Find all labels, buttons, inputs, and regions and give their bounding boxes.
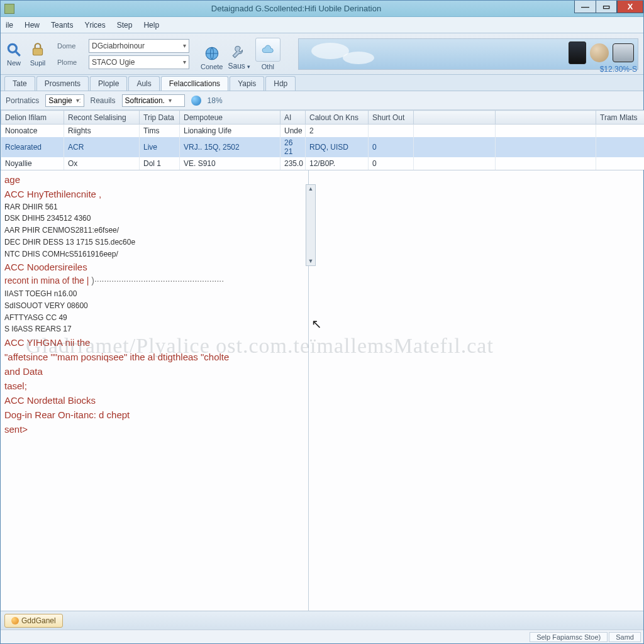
age-label: age [4, 173, 304, 186]
portnatics-label: Portnatics [6, 96, 39, 105]
bottom-bar: GddGanel [1, 611, 643, 630]
ribbon-form: Dome DGciabrhoinour ▾ Plome STACO Ugie ▾ [57, 39, 189, 69]
col-header[interactable]: Trip Data [140, 111, 180, 125]
dome-value: DGciabrhoinour [92, 42, 145, 50]
wrench-icon[interactable] [231, 44, 247, 60]
detail-line: IIAST TOEGH n16.00 [4, 289, 304, 299]
section1-body: RAR DHIIR 561DSK DHIH5 234512 4360AAR PH… [4, 202, 304, 260]
scroll-up-icon[interactable]: ▲ [308, 185, 314, 193]
scrollbar[interactable]: ▲ ▼ [306, 184, 316, 266]
menu-yrices[interactable]: Yrices [84, 21, 105, 30]
new-group: New Supil [6, 42, 46, 67]
svg-rect-2 [33, 48, 42, 55]
lock-icon[interactable] [30, 42, 46, 58]
dome-label: Dome [57, 42, 85, 50]
col-header[interactable]: AI [280, 111, 306, 125]
plome-value: STACO Ugie [92, 58, 135, 67]
window-title: Detaignadd G.Scollented:Hifi Uobile Deri… [18, 4, 574, 13]
filter-bar: Portnatics Sangie▾: Reauils Softrication… [1, 91, 643, 110]
tab-hdp[interactable]: Hdp [265, 76, 296, 91]
dot-icon [11, 617, 19, 625]
col-header[interactable]: Dempoteue [180, 111, 280, 125]
app-icon [4, 4, 14, 14]
account-balance: $12.30%-S [600, 65, 637, 86]
tab-felaccllications[interactable]: Felaccllications [161, 76, 228, 91]
softrication-combo[interactable]: Softrication.▾ [122, 94, 185, 107]
detail-line: DEC DHIR DESS 13 1715 S15.dec60e [4, 237, 304, 248]
chevron-down-icon: ▾ [183, 42, 186, 49]
col-header[interactable] [414, 111, 496, 125]
section2-body: IIAST TOEGH n16.00SdISOUOT VERY 08600AFT… [4, 289, 304, 335]
banner [298, 38, 638, 70]
detail-line: DSK DHIH5 234512 4360 [4, 213, 304, 224]
help-icon[interactable] [191, 96, 201, 106]
detail-line: AFTTYASG CC 49 [4, 313, 304, 323]
printer-icon [613, 43, 634, 62]
avatar-icon [590, 43, 609, 62]
svg-line-1 [16, 52, 20, 56]
othi-label: Othl [262, 63, 274, 70]
new-label: New [7, 59, 21, 67]
col-header[interactable]: Recont Selalising [64, 111, 140, 125]
cursor-icon: ↖ [311, 316, 322, 331]
maximize-button[interactable]: ▭ [596, 1, 617, 13]
detail-line: AAR PHIR CENMOS2811:e6fsee/ [4, 225, 304, 236]
menu-step[interactable]: Step [117, 21, 133, 30]
plome-combo[interactable]: STACO Ugie ▾ [89, 55, 189, 69]
minimize-button[interactable]: — [574, 1, 596, 13]
svg-point-0 [8, 44, 16, 52]
status-bar: Selp Fapiamsc Stoe) Samd [1, 630, 643, 643]
ribbon: New Supil Dome DGciabrhoinour ▾ Plome ST… [1, 33, 643, 75]
table-row[interactable]: NonoatceRiightsTimsLionaking UifeUnde2 [1, 125, 645, 137]
cloud-icon [261, 44, 275, 55]
menu-hew[interactable]: Hew [25, 21, 40, 30]
device-icon [569, 42, 586, 64]
col-header[interactable]: Calout On Kns [306, 111, 369, 125]
tabs: TateProsmentsPlopleAulsFelaccllicationsY… [1, 75, 643, 91]
menu-bar: ile Hew Teants Yrices Step Help [1, 17, 643, 33]
supl-label: Supil [30, 59, 45, 67]
section3-line3: tasel; [4, 379, 304, 392]
chevron-down-icon: ▾ [183, 58, 186, 65]
close-button[interactable]: X [617, 1, 643, 13]
saus-label: Saus ▾ [228, 62, 250, 70]
dome-combo[interactable]: DGciabrhoinour ▾ [89, 39, 189, 53]
section4-line1: Dog-in Rear On-itanc: d chept [4, 408, 304, 421]
tab-auls[interactable]: Auls [128, 76, 159, 91]
gddganel-button[interactable]: GddGanel [4, 614, 63, 628]
section1-header: ACC HnyTethilencnite , [4, 187, 304, 201]
title-bar: Detaignadd G.Scollented:Hifi Uobile Deri… [1, 1, 643, 17]
table-row[interactable]: NoyallieOxDol 1VE. S910235.012/B0P.0 [1, 157, 645, 170]
reauils-label: Reauils [91, 96, 116, 105]
detail-line: NTC DHIS COMHcS5161916eep/ [4, 249, 304, 260]
percent-label: 18% [208, 96, 223, 105]
detail-line: RAR DHIIR 561 [4, 202, 304, 213]
section3-header: ACC YIHGNA nii the [4, 336, 304, 349]
tab-prosments[interactable]: Prosments [36, 76, 89, 91]
tab-yapis[interactable]: Yapis [230, 76, 264, 91]
tab-tate[interactable]: Tate [4, 76, 35, 91]
window-buttons: — ▭ X [574, 1, 643, 16]
othi-button[interactable] [255, 38, 280, 62]
menu-help[interactable]: Help [143, 21, 159, 30]
detail-pane: age ACC HnyTethilencnite , RAR DHIIR 561… [1, 170, 309, 611]
col-header[interactable] [496, 111, 596, 125]
menu-file[interactable]: ile [6, 21, 13, 30]
detail-line: S I6ASS REARS 17 [4, 324, 304, 335]
globe-icon[interactable] [204, 45, 220, 62]
status-right: Samd [609, 632, 641, 642]
section3-line2: and Data [4, 365, 304, 378]
scroll-down-icon[interactable]: ▼ [308, 257, 314, 265]
sangie-combo[interactable]: Sangie▾: [45, 94, 84, 107]
col-header[interactable]: Shurt Out [369, 111, 414, 125]
detail-line: SdISOUOT VERY 08600 [4, 301, 304, 311]
tab-plople[interactable]: Plople [90, 76, 127, 91]
status-left: Selp Fapiamsc Stoe) [530, 632, 608, 642]
table-row[interactable]: RclearatedACRLiveVRJ.. 15Q, 250226 21RDQ… [1, 137, 645, 157]
col-header[interactable]: Tram Mlats [596, 111, 645, 125]
col-header[interactable]: Delion Ifilam [1, 111, 64, 125]
data-grid[interactable]: Delion IfilamRecont SelalisingTrip DataD… [1, 110, 643, 170]
menu-teants[interactable]: Teants [51, 21, 73, 30]
section4-header: ACC Nordettal Biocks [4, 394, 304, 407]
search-icon[interactable] [6, 42, 22, 58]
